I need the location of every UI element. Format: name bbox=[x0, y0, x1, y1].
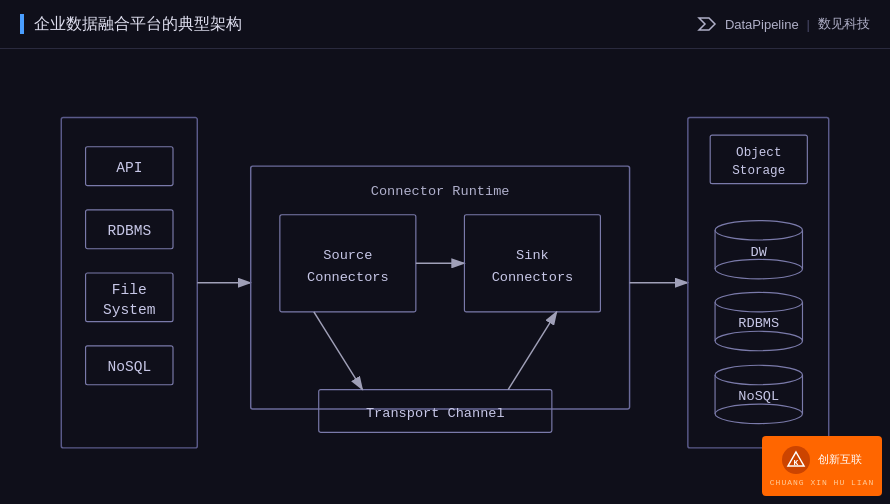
logo-divider: | bbox=[807, 17, 810, 32]
svg-point-32 bbox=[715, 221, 802, 240]
svg-text:RDBMS: RDBMS bbox=[107, 223, 151, 239]
svg-text:RDBMS: RDBMS bbox=[738, 316, 779, 331]
header: 企业数据融合平台的典型架构 DataPipeline | 数见科技 bbox=[0, 0, 890, 49]
svg-text:System: System bbox=[103, 302, 155, 318]
main-container: 企业数据融合平台的典型架构 DataPipeline | 数见科技 bbox=[0, 0, 890, 504]
svg-point-42 bbox=[715, 331, 802, 350]
logo-name: DataPipeline bbox=[725, 17, 799, 32]
svg-text:Connectors: Connectors bbox=[492, 270, 574, 285]
diagram-area: API RDBMS File System NoSQL Connector Ru… bbox=[0, 49, 890, 497]
svg-text:K: K bbox=[794, 458, 799, 467]
logo: DataPipeline | 数见科技 bbox=[695, 12, 870, 36]
svg-text:Connector Runtime: Connector Runtime bbox=[371, 184, 510, 199]
page-title: 企业数据融合平台的典型架构 bbox=[20, 14, 242, 35]
svg-rect-14 bbox=[251, 166, 630, 409]
title-bar bbox=[20, 14, 24, 34]
svg-text:Storage: Storage bbox=[732, 163, 785, 178]
architecture-diagram: API RDBMS File System NoSQL Connector Ru… bbox=[30, 69, 860, 477]
svg-line-26 bbox=[508, 312, 557, 390]
svg-text:NoSQL: NoSQL bbox=[738, 389, 779, 404]
svg-point-36 bbox=[715, 259, 802, 278]
svg-text:File: File bbox=[112, 282, 147, 298]
svg-text:Sink: Sink bbox=[516, 248, 549, 263]
svg-point-38 bbox=[715, 292, 802, 311]
svg-text:Connectors: Connectors bbox=[307, 270, 389, 285]
svg-text:Source: Source bbox=[323, 248, 372, 263]
title-text: 企业数据融合平台的典型架构 bbox=[34, 14, 242, 35]
svg-text:Transport Channel: Transport Channel bbox=[366, 406, 505, 421]
svg-text:API: API bbox=[116, 160, 142, 176]
datapipeline-icon bbox=[695, 12, 719, 36]
watermark-sub: CHUANG XIN HU LIAN bbox=[770, 478, 874, 487]
watermark: K 创新互联 CHUANG XIN HU LIAN bbox=[762, 436, 882, 496]
svg-text:NoSQL: NoSQL bbox=[107, 359, 151, 375]
svg-point-44 bbox=[715, 365, 802, 384]
svg-marker-0 bbox=[699, 18, 715, 30]
watermark-name: 创新互联 bbox=[818, 452, 862, 467]
logo-sub: 数见科技 bbox=[818, 15, 870, 33]
svg-point-48 bbox=[715, 404, 802, 423]
watermark-icon: K bbox=[782, 446, 810, 474]
svg-line-25 bbox=[314, 312, 363, 390]
svg-text:Object: Object bbox=[736, 145, 781, 160]
svg-text:DW: DW bbox=[751, 245, 768, 260]
